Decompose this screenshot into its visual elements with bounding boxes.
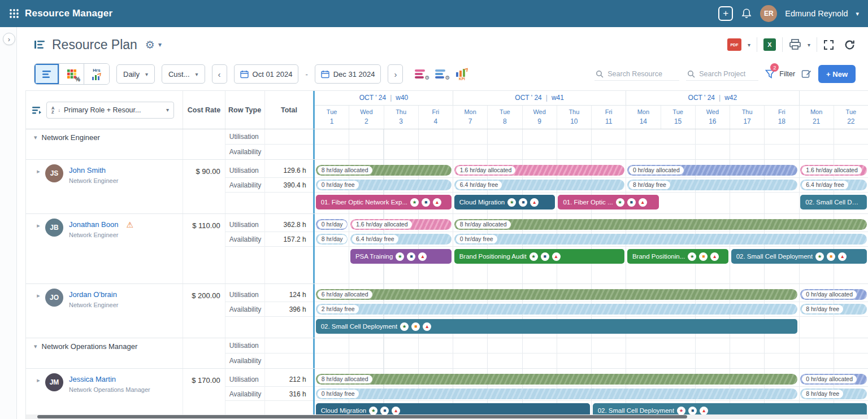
print-icon[interactable] — [789, 39, 801, 50]
day-header-cell: Thu17 — [730, 106, 765, 129]
allocation-bar[interactable]: 0 hr/day allocated — [800, 289, 867, 300]
expand-resource-icon[interactable]: ▸ — [32, 284, 45, 299]
pdf-options-caret-icon[interactable]: ▾ — [748, 42, 750, 48]
allocation-bar[interactable]: 6 hr/day allocated — [316, 289, 798, 300]
resource-name-link[interactable]: Jordan O'brain — [69, 290, 117, 299]
star-badge-icon: ★ — [396, 252, 404, 261]
horizontal-scrollbar[interactable] — [26, 414, 868, 419]
new-button[interactable]: + New — [818, 65, 856, 83]
tri-badge-icon: ▲ — [423, 322, 431, 331]
resource-role: Network Engineer — [69, 232, 118, 238]
free-bar[interactable]: 0 hr/day free — [316, 180, 452, 190]
expand-panel-button[interactable]: › — [3, 33, 15, 45]
date-to-picker[interactable]: Dec 31 2024 — [315, 64, 381, 84]
day-header-cell: Mon7 — [453, 106, 488, 129]
project-bar[interactable]: 01. Fiber Optic ...★■▲ — [558, 195, 659, 210]
export-pdf-icon[interactable]: PDF — [727, 38, 741, 51]
kpi-chart-button[interactable]: KPI — [455, 68, 468, 81]
star-badge-icon: ★ — [688, 252, 696, 261]
next-period-button[interactable]: › — [388, 64, 403, 84]
custom-range-select[interactable]: Cust... ▾ — [162, 64, 205, 84]
settings-gear-icon[interactable]: ⚙ — [145, 38, 155, 51]
bar-label: 0 hr/day free — [456, 235, 497, 243]
row-settings-blue-button[interactable]: ⚙ — [435, 68, 448, 80]
allocation-bar[interactable]: 8 hr/day allocated — [454, 219, 867, 230]
view-mode-percent-button[interactable]: % — [59, 64, 84, 84]
free-bar[interactable]: 0 hr/day free — [316, 389, 798, 399]
bar-label: 6.4 hr/day free — [352, 235, 398, 243]
group-by-dropdown[interactable]: AZ ↓ Primary Role + Resour... ▾ — [46, 102, 174, 119]
collapse-all-rows-icon[interactable] — [32, 106, 42, 115]
project-bar[interactable]: 02. Small Cell Deploy... — [800, 195, 867, 210]
free-bar[interactable]: 6.4 hr/day free — [350, 234, 452, 245]
calendar-icon — [321, 70, 329, 78]
view-mode-hours-button[interactable]: Hrs — [84, 64, 109, 84]
export-excel-icon[interactable]: X — [763, 38, 776, 51]
expand-resource-icon[interactable]: ▸ — [32, 369, 45, 384]
search-resource-input[interactable] — [607, 70, 675, 78]
allocation-bar[interactable]: 8 hr/day allocated — [316, 165, 452, 176]
sq-badge-icon: ■ — [541, 252, 549, 261]
free-bar[interactable]: 8 hr/day free — [800, 389, 867, 399]
prev-period-button[interactable]: ‹ — [212, 64, 227, 84]
row-settings-pink-button[interactable]: ⚙ — [414, 68, 428, 80]
allocation-bar[interactable]: 1.6 hr/day allocated — [800, 165, 867, 176]
group-row: ▾Network EngineerUtilisationAvailability — [26, 129, 868, 160]
collapse-group-icon[interactable]: ▾ — [32, 338, 42, 350]
allocation-bar[interactable]: 0 hr/day allocated — [800, 374, 867, 385]
user-name[interactable]: Edmund Reynold — [785, 9, 848, 18]
allocation-bar[interactable]: 1.6 hr/day allocated — [454, 165, 624, 176]
user-avatar[interactable]: ER — [760, 5, 777, 22]
day-header-cell: Wed16 — [696, 106, 730, 129]
availability-total: 396 h — [265, 302, 313, 317]
free-bar[interactable]: 8 hr/day free — [800, 304, 867, 315]
allocation-bar[interactable]: 0 hr/day — [316, 219, 348, 230]
expand-resource-icon[interactable]: ▸ — [32, 214, 45, 229]
search-project-input[interactable] — [699, 70, 754, 78]
day-header-cell: Fri4 — [419, 106, 453, 129]
resource-name-link[interactable]: John Smith — [69, 166, 106, 174]
bar-label: 8 hr/day free — [802, 305, 843, 313]
project-bar[interactable]: 01. Fiber Optic Network Exp...★■▲ — [316, 195, 452, 210]
group-row: ▾Network Operations ManagerUtilisationAv… — [26, 338, 868, 369]
view-mode-bars-button[interactable] — [34, 64, 59, 84]
collapse-group-icon[interactable]: ▾ — [32, 129, 42, 141]
bar-label: 1.6 hr/day allocated — [802, 166, 862, 174]
free-bar[interactable]: 8 hr/day free — [627, 180, 797, 190]
scrollbar-thumb[interactable] — [37, 415, 687, 418]
notifications-bell-icon[interactable] — [741, 8, 752, 19]
bar-label: 6.4 hr/day free — [802, 181, 848, 189]
timeline-lane — [315, 338, 868, 368]
filter-funnel-icon[interactable]: 2 — [765, 69, 775, 79]
free-bar[interactable]: 2 hr/day free — [316, 304, 798, 315]
free-bar[interactable]: 6.4 hr/day free — [800, 180, 867, 190]
bar-label: 8 hr/day allocated — [318, 166, 372, 174]
free-bar[interactable]: 8 hr/day — [316, 234, 348, 245]
apps-grid-icon[interactable] — [9, 8, 19, 19]
filter-edit-icon[interactable] — [801, 69, 811, 79]
view-options-caret-icon[interactable]: ▾ — [158, 41, 162, 49]
date-from-picker[interactable]: Oct 01 2024 — [234, 64, 299, 84]
fullscreen-icon[interactable] — [823, 40, 834, 50]
project-bar[interactable]: Cloud Migration★■▲ — [454, 195, 555, 210]
sq-badge-icon: ■ — [688, 407, 697, 415]
project-bar[interactable]: PSA Training★■▲ — [350, 249, 452, 264]
project-bar[interactable]: Brand Positioning Audit★■▲ — [454, 249, 624, 264]
free-bar[interactable]: 0 hr/day free — [454, 234, 867, 245]
resource-name-link[interactable]: Jonathan Boon — [69, 220, 118, 229]
free-bar[interactable]: 6.4 hr/day free — [454, 180, 624, 190]
allocation-bar[interactable]: 0 hr/day allocated — [627, 165, 797, 176]
project-bar[interactable]: 02. Small Cell Deployment★■▲ — [731, 249, 867, 264]
project-bar[interactable]: 02. Small Cell Deployment★■▲ — [316, 319, 798, 334]
user-menu-caret-icon[interactable]: ▾ — [856, 10, 859, 18]
resource-name-link[interactable]: Jessica Martin — [69, 375, 116, 383]
expand-resource-icon[interactable]: ▸ — [32, 160, 45, 175]
allocation-bar[interactable]: 8 hr/day allocated — [316, 374, 798, 385]
quick-add-button[interactable]: + — [718, 6, 733, 21]
project-bar[interactable]: Brand Positionin...★■▲ — [627, 249, 728, 264]
allocation-bar[interactable]: 1.6 hr/day allocated — [350, 219, 452, 230]
interval-select[interactable]: Daily ▾ — [116, 64, 155, 84]
print-options-caret-icon[interactable]: ▾ — [808, 42, 810, 48]
refresh-icon[interactable] — [844, 39, 856, 51]
project-bar-label: Cloud Migration — [321, 407, 367, 414]
